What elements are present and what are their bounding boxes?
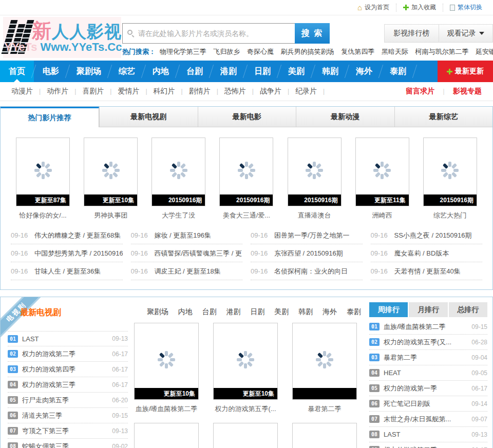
subnav-item-comedy[interactable]: 喜剧片 <box>76 87 110 96</box>
movie-card[interactable]: 暴君第二季 <box>292 323 357 414</box>
tab-hot-recommend[interactable]: 热门影片推荐 <box>1 107 99 127</box>
search-input[interactable] <box>123 24 295 43</box>
rank-list-item[interactable]: 05权力的游戏第一季06-17 <box>369 381 487 396</box>
tab-total-rank[interactable]: 总排行 <box>449 302 487 317</box>
hot-search-term[interactable]: 飞归故乡 <box>213 48 240 55</box>
cat-link[interactable]: 台剧 <box>202 307 217 316</box>
subnav-item-war[interactable]: 战争片 <box>254 87 288 96</box>
traditional-switch-link[interactable]: 繁体切换 <box>443 4 489 12</box>
poster-placeholder[interactable] <box>134 423 199 448</box>
list-item[interactable]: 09-16困兽第一季/万兽之地第一 <box>251 226 363 244</box>
tab-latest-tv[interactable]: 最新电视剧 <box>99 107 198 127</box>
nav-item-variety[interactable]: 综艺 <box>110 61 144 82</box>
tv-list-item[interactable]: 07穹顶之下第三季09-13 <box>8 423 128 439</box>
cat-link[interactable]: 海外 <box>323 307 337 316</box>
nav-item-hongkong[interactable]: 港剧 <box>212 61 245 82</box>
add-favorite-link[interactable]: 加入收藏 <box>396 4 443 12</box>
list-item[interactable]: 09-16嫁妆 / 更新至196集 <box>131 226 243 244</box>
rank-list-item[interactable]: 02权力的游戏第五季(又...06-28 <box>369 335 487 350</box>
hot-search-term[interactable]: 柯南与凯尔第二季 <box>415 48 468 55</box>
latest-update-button[interactable]: 最新更新 <box>438 61 493 82</box>
rank-list-item[interactable]: 03暴君第二季09-04 <box>369 350 487 365</box>
list-item[interactable]: 09-16伟大的糟糠之妻 / 更新至68集 <box>11 226 123 244</box>
cat-link[interactable]: 港剧 <box>226 307 241 316</box>
tab-week-rank[interactable]: 周排行 <box>369 302 408 317</box>
special-topic-link[interactable]: 影视专题 <box>447 87 488 96</box>
nav-item-japan[interactable]: 日剧 <box>245 61 279 82</box>
hot-search-term[interactable]: 奇探心魔 <box>247 48 274 55</box>
list-item[interactable]: 09-16天若有情 / 更新至40集 <box>371 262 483 280</box>
movie-card[interactable]: 更新至10集 权力的游戏第五季(... <box>213 323 278 414</box>
hot-search-term[interactable]: 延安锄奸 <box>476 48 493 55</box>
subnav-item-action[interactable]: 动作片 <box>41 87 74 96</box>
cat-link[interactable]: 聚剧场 <box>147 307 168 316</box>
rank-list-item[interactable]: 01血族/嗜血菌株第二季09-15 <box>369 319 487 335</box>
list-item[interactable]: 09-16西镇警探/西镇警魂第三季 / 更 <box>131 244 243 262</box>
movie-card[interactable]: 20150916期 综艺大热门 <box>423 138 477 220</box>
nav-item-overseas[interactable]: 海外 <box>347 61 381 82</box>
rank-list-item[interactable]: 07末世之舟/末日孤舰第...09-07 <box>369 412 487 427</box>
hot-search-term[interactable]: 物理化学第三季 <box>160 48 206 55</box>
subnav-item-anime[interactable]: 动漫片 <box>5 87 39 96</box>
nav-item-thai[interactable]: 泰剧 <box>381 61 415 82</box>
nav-item-us[interactable]: 美剧 <box>279 61 313 82</box>
list-item[interactable]: 09-16魔女嘉莉 / BD版本 <box>371 244 483 262</box>
subnav-item-documentary[interactable]: 纪录片 <box>289 87 323 96</box>
nav-item-korea[interactable]: 韩剧 <box>313 61 347 82</box>
nav-item-mainland[interactable]: 内地 <box>144 61 178 82</box>
subnav-item-drama[interactable]: 剧情片 <box>183 87 217 96</box>
rank-list-item[interactable]: 08LAST09-13 <box>369 427 487 442</box>
rank-list-item[interactable]: 09权力的游戏第二季06-17 <box>369 442 487 448</box>
movie-card[interactable]: 20150916期 直播港澳台 <box>288 138 342 220</box>
cat-link[interactable]: 美剧 <box>274 307 289 316</box>
request-movie-link[interactable]: 留言求片 <box>400 87 441 96</box>
subnav-item-horror[interactable]: 恐怖片 <box>218 87 252 96</box>
site-logo[interactable]: 新人人影视 YYeTs Www.YYeTs.Cc <box>3 17 121 58</box>
list-item[interactable]: 09-16名侦探柯南：业火的向日 <box>251 262 363 280</box>
tv-list-item[interactable]: 08蛇蝎女佣第三季09-02 <box>8 439 128 448</box>
cat-link[interactable]: 日剧 <box>250 307 264 316</box>
tv-list-item[interactable]: 06清道夫第三季09-15 <box>8 408 128 423</box>
tv-list-item[interactable]: 03权力的游戏第四季06-17 <box>8 362 128 377</box>
movie-card[interactable]: 更新至10集 男神执事团 <box>84 138 138 220</box>
cat-link[interactable]: 韩剧 <box>298 307 313 316</box>
tv-list-item[interactable]: 02权力的游戏第二季06-17 <box>8 346 128 362</box>
watch-history-button[interactable]: 观看记录 <box>439 25 493 42</box>
list-item[interactable]: 09-16SS小燕之夜 / 20150916期 <box>371 226 483 244</box>
movie-card[interactable]: 更新至10集 血族/嗜血菌株第二季 <box>134 323 199 414</box>
nav-item-series[interactable]: 聚剧场 <box>68 61 110 82</box>
rank-list-item[interactable]: 04HEAT09-05 <box>369 365 487 381</box>
movie-card[interactable]: 更新至87集 恰好像你的女/... <box>16 138 70 220</box>
tv-list-item[interactable]: 01LAST09-13 <box>8 331 128 346</box>
cat-link[interactable]: 内地 <box>178 307 193 316</box>
poster-placeholder[interactable] <box>292 423 357 448</box>
movie-card[interactable]: 20150916期 美食大三通/爱... <box>219 138 273 220</box>
poster-placeholder[interactable] <box>213 423 278 448</box>
tab-latest-anime[interactable]: 最新动漫 <box>296 107 394 127</box>
tab-latest-movie[interactable]: 最新电影 <box>198 107 296 127</box>
hot-search-term[interactable]: 刷兵男的搞笑剧场 <box>281 48 334 55</box>
movie-card[interactable]: 更新至11集 洲崎西 <box>355 138 409 220</box>
nav-item-movie[interactable]: 电影 <box>34 61 68 82</box>
item-date: 09-16 <box>371 244 394 262</box>
nav-item-home[interactable]: 首页 <box>0 61 34 82</box>
rank-list-item[interactable]: 06死亡笔记日剧版09-14 <box>369 396 487 412</box>
list-item[interactable]: 09-16调皮王妃 / 更新至18集 <box>131 262 243 280</box>
cat-link[interactable]: 泰剧 <box>347 307 361 316</box>
nav-item-taiwan[interactable]: 台剧 <box>178 61 212 82</box>
list-item[interactable]: 09-16中国梦想秀第九季 / 20150916期 <box>11 244 123 262</box>
list-item[interactable]: 09-16甘味人生 / 更新至36集 <box>11 262 123 280</box>
movie-card[interactable]: 20150916期 大学生了没 <box>151 138 205 220</box>
list-item[interactable]: 09-16东张西望 / 20150916期 <box>251 244 363 262</box>
tab-latest-variety[interactable]: 最新综艺 <box>394 107 493 127</box>
tv-list-item[interactable]: 04权力的游戏第三季06-17 <box>8 377 128 393</box>
set-home-link[interactable]: ⌂ 设为首页 <box>351 4 396 12</box>
search-button[interactable]: 搜 索 <box>295 23 330 44</box>
rank-list-button[interactable]: 影视排行榜 <box>385 25 439 42</box>
hot-search-term[interactable]: 复仇第四季 <box>341 48 374 55</box>
subnav-item-romance[interactable]: 爱情片 <box>111 87 145 96</box>
tv-list-item[interactable]: 05行尸走肉第五季06-20 <box>8 393 128 408</box>
hot-search-term[interactable]: 黑暗天际 <box>382 48 408 55</box>
subnav-item-scifi[interactable]: 科幻片 <box>147 87 181 96</box>
tab-month-rank[interactable]: 月排行 <box>409 302 447 317</box>
